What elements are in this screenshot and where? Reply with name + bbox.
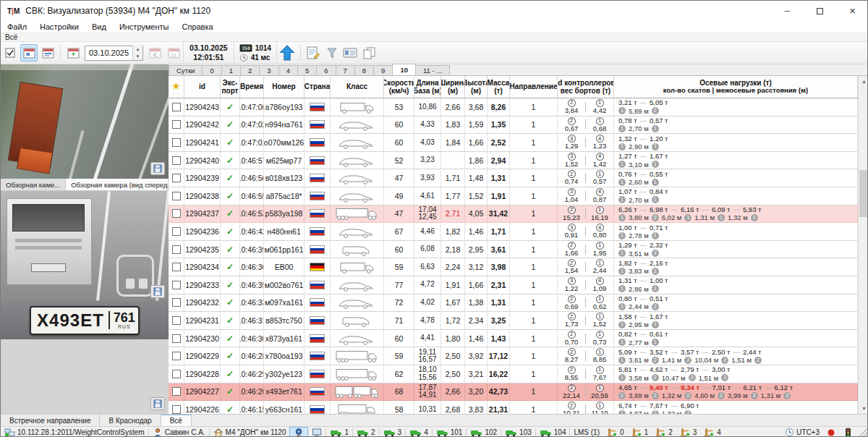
table-row[interactable]: 12904238✓10:46:55а875ас18*494,611,771,52…	[169, 187, 858, 205]
table-row[interactable]: 12904233✓10:46:35м002во761774,721,911,66…	[169, 276, 858, 294]
row-checkbox[interactable]	[172, 263, 181, 271]
table-row[interactable]: 12904236✓10:46:42н480нн61674,461,821,461…	[169, 223, 858, 241]
copy-button[interactable]	[361, 44, 378, 61]
hour-tab-Сутки[interactable]: Сутки	[169, 65, 203, 75]
row-checkbox[interactable]	[172, 156, 181, 165]
row-checkbox[interactable]	[172, 281, 181, 289]
hour-tab-7[interactable]: 7	[336, 65, 355, 75]
hour-tab-9[interactable]: 9	[373, 65, 393, 75]
status-item-truck-9[interactable]: 101	[433, 427, 467, 437]
cell-select[interactable]	[169, 98, 184, 116]
hour-tab-10[interactable]: 10	[392, 64, 416, 75]
hour-tab-11 - ...[interactable]: 11 - ...	[415, 65, 450, 75]
week-view-button[interactable]	[39, 44, 56, 61]
hour-tab-8[interactable]: 8	[354, 65, 374, 75]
header-высота[interactable]: Высота(м)	[465, 76, 488, 98]
status-item-monitor-4[interactable]	[308, 427, 326, 437]
header-время[interactable]: Время	[240, 76, 264, 98]
cell-select[interactable]	[169, 223, 184, 241]
status-item-scale-17[interactable]: 3	[676, 427, 701, 437]
vehicle-card-button[interactable]	[342, 44, 359, 61]
scroll-to-top-button[interactable]	[278, 44, 297, 61]
header-осевые-нагрузки-т-[interactable]: Осевые нагрузки (т)кол-во скатов | межос…	[614, 76, 858, 98]
header-масса[interactable]: Масса(т)	[488, 76, 510, 98]
status-item-scale-14[interactable]: 0	[603, 427, 628, 437]
status-item-truck-12[interactable]: 104	[536, 427, 570, 437]
status-item-truck-11[interactable]: 103	[501, 427, 535, 437]
row-checkbox[interactable]	[172, 405, 181, 414]
header-страна[interactable]: Страна	[305, 76, 331, 98]
table-row[interactable]: 12904235✓10:46:39м061рр161606,082,182,95…	[169, 241, 858, 259]
status-item-truck-5[interactable]: 1	[326, 427, 352, 437]
cell-select[interactable]	[169, 152, 184, 170]
scroll-up-arrow[interactable]: ▲	[859, 76, 868, 87]
table-row[interactable]: 12904237✓10:46:53р583уа1984717,0412,452,…	[169, 205, 858, 224]
hour-tab-4[interactable]: 4	[278, 65, 298, 75]
table-row[interactable]: 12904226✓10:46:15у663сн1615810,312,683,8…	[169, 401, 858, 414]
row-checkbox[interactable]	[172, 209, 181, 218]
row-checkbox[interactable]	[172, 227, 181, 236]
header-скорость[interactable]: Скорость(км/ч)	[384, 76, 414, 98]
table-row[interactable]: 12904234✓10:46:36ЕВ00596,632,243,123,981…	[169, 258, 858, 276]
status-item-truck-6[interactable]: 2	[353, 427, 379, 437]
status-item-webcam-3[interactable]	[289, 427, 308, 437]
direction-tab-Встречное направление[interactable]: Встречное направление	[1, 415, 100, 426]
header-класс[interactable]: Класс	[331, 76, 384, 98]
cell-select[interactable]	[169, 276, 184, 294]
date-input[interactable]: 03.10.2025▲▼	[85, 46, 143, 61]
row-checkbox[interactable]	[172, 174, 181, 182]
menu-item-4[interactable]: Справка	[175, 21, 219, 33]
scroll-down-arrow[interactable]: ▼	[859, 403, 868, 414]
hour-tab-3[interactable]: 3	[259, 65, 278, 75]
cell-select[interactable]	[169, 169, 184, 187]
menu-item-0[interactable]: Файл	[1, 21, 33, 33]
cell-select[interactable]	[169, 134, 184, 152]
cell-select[interactable]	[169, 330, 184, 348]
row-checkbox[interactable]	[172, 387, 181, 396]
cell-select[interactable]	[169, 241, 184, 259]
header-длина[interactable]: ДлинаБаза (м)	[414, 76, 441, 98]
header-id[interactable]: id	[184, 76, 221, 98]
report-button[interactable]	[305, 44, 322, 61]
header-ширина[interactable]: Ширина(м)	[441, 76, 465, 98]
cell-select[interactable]	[169, 383, 184, 402]
table-row[interactable]: 12904241✓10:47:01о070мм126604,031,841,66…	[169, 134, 858, 152]
table-row[interactable]: 12904242✓10:47:02н994на761604,331,831,59…	[169, 116, 858, 135]
cell-select[interactable]	[169, 365, 184, 383]
cell-select[interactable]	[169, 116, 184, 135]
table-row[interactable]: 12904232✓10:46:33м097ха161724,021,671,38…	[169, 294, 858, 313]
cell-select[interactable]	[169, 347, 184, 365]
cell-select[interactable]	[169, 312, 184, 330]
row-checkbox[interactable]	[172, 370, 181, 378]
status-item-scale-15[interactable]: 1	[628, 427, 652, 437]
scrollbar-thumb[interactable]	[859, 170, 868, 217]
filter-button[interactable]	[323, 44, 341, 61]
select-all-checkbox[interactable]	[1, 44, 19, 61]
table-row[interactable]: 12904243✓10:47:06а786оу1935310,862,663,6…	[169, 98, 858, 116]
direction-tab-В Краснодар[interactable]: В Краснодар	[100, 415, 161, 426]
table-row[interactable]: 12904239✓10:46:56в018хв123473,931,711,48…	[169, 169, 858, 187]
status-item-truck-8[interactable]: 4	[406, 427, 432, 437]
table-row[interactable]: 12904230✓10:46:30х873уа161604,411,801,46…	[169, 330, 858, 348]
hour-tab-1[interactable]: 1	[221, 65, 241, 75]
row-checkbox[interactable]	[172, 245, 181, 254]
menu-item-1[interactable]: Настройки	[33, 21, 85, 33]
close-button[interactable]: ✕	[836, 1, 868, 21]
hour-tab-2[interactable]: 2	[240, 65, 260, 75]
header-направление[interactable]: Направление	[510, 76, 558, 98]
row-checkbox[interactable]	[172, 352, 181, 360]
header-id-контроллеров[interactable]: id контроллероввес бортов (т)	[558, 76, 614, 98]
vertical-scrollbar[interactable]: ▲ ▼	[858, 76, 868, 414]
day-view-button[interactable]	[20, 44, 38, 61]
cell-select[interactable]	[169, 205, 184, 224]
table-row[interactable]: 12904227✓10:46:20х493ет7616817,8714,912,…	[169, 383, 858, 402]
camera-tab-1[interactable]: Обзорная камера (вид спереди; ...	[66, 179, 169, 190]
status-item-truck-10[interactable]: 102	[467, 427, 501, 437]
cell-select[interactable]	[169, 294, 184, 313]
cell-select[interactable]	[169, 187, 184, 205]
header-экс-[interactable]: Экс-порт	[221, 76, 240, 98]
row-checkbox[interactable]	[172, 138, 181, 147]
table-row[interactable]: 12904240✓10:46:57м625мр77523,231,862,941…	[169, 152, 858, 170]
row-checkbox[interactable]	[172, 120, 181, 129]
add-date-button[interactable]: +	[64, 44, 82, 61]
